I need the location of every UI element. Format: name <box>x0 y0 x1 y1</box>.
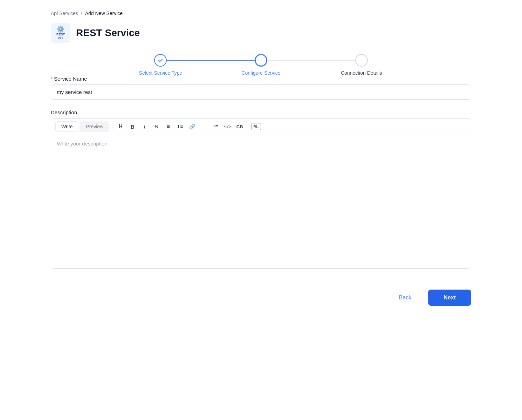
quote-button[interactable]: “” <box>211 122 221 131</box>
service-name-label: * Service Name <box>51 76 471 82</box>
stepper-label-1: Select Service Type <box>139 70 182 76</box>
toolbar-divider-2 <box>248 123 248 130</box>
editor-body[interactable]: Write your description <box>51 135 471 268</box>
service-icon: ⚙️ RESTAPI <box>51 23 70 43</box>
breadcrumb-parent[interactable]: Api Services <box>51 11 78 16</box>
unordered-list-button[interactable]: ≡ <box>163 122 173 131</box>
tab-preview[interactable]: Preview <box>80 121 109 132</box>
back-button[interactable]: Back <box>388 290 423 306</box>
stepper-circle-1 <box>154 54 167 67</box>
description-editor: Write Preview H B I S ≡ 1 ≡ 🔗 <box>51 118 471 269</box>
next-button[interactable]: Next <box>428 290 471 306</box>
editor-toolbar: Write Preview H B I S ≡ 1 ≡ 🔗 <box>51 118 471 135</box>
service-icon-label: RESTAPI <box>56 33 65 40</box>
required-star: * <box>51 76 53 81</box>
tab-write[interactable]: Write <box>55 121 78 132</box>
link-button[interactable]: 🔗 <box>187 122 197 131</box>
italic-button[interactable]: I <box>139 122 150 131</box>
form: * Service Name Description Write Preview… <box>51 76 471 269</box>
breadcrumb-separator: / <box>81 11 82 16</box>
stepper-circle-2 <box>255 54 267 67</box>
stepper-line-2-left <box>211 60 261 61</box>
stepper: Select Service Type Configure Service Co… <box>110 54 412 76</box>
stepper-circle-3 <box>355 54 368 67</box>
service-name-section: * Service Name <box>51 76 471 100</box>
stepper-line-2-right <box>261 60 311 61</box>
bold-button[interactable]: B <box>127 122 138 131</box>
stepper-line-1-right <box>160 60 211 61</box>
page-title: REST Service <box>76 27 140 39</box>
page-footer: Back Next <box>51 283 471 306</box>
stepper-step-2: Configure Service <box>211 54 311 76</box>
markdown-button[interactable]: M↓ <box>251 122 261 131</box>
breadcrumb: Api Services / Add New Service <box>51 11 471 16</box>
stepper-label-3: Connection Details <box>341 70 382 76</box>
service-name-input[interactable] <box>51 84 471 100</box>
editor-placeholder: Write your description <box>57 141 108 147</box>
breadcrumb-current: Add New Service <box>85 11 123 16</box>
code-button[interactable]: </> <box>222 122 233 131</box>
heading-button[interactable]: H <box>115 122 126 131</box>
stepper-label-2: Configure Service <box>241 70 280 76</box>
page-header: ⚙️ RESTAPI REST Service <box>51 23 471 43</box>
toolbar-divider-1 <box>112 123 112 130</box>
description-label: Description <box>51 109 471 115</box>
stepper-step-3: Connection Details <box>311 54 412 76</box>
strikethrough-button[interactable]: S <box>151 122 162 131</box>
description-section: Description Write Preview H B I S ≡ 1 <box>51 109 471 269</box>
gear-icon: ⚙️ <box>56 26 65 33</box>
codeblock-button[interactable]: CB <box>234 122 245 131</box>
stepper-step-1: Select Service Type <box>110 54 211 76</box>
stepper-line-3-left <box>311 60 361 61</box>
hr-button[interactable]: — <box>199 122 209 131</box>
ordered-list-button[interactable]: 1 ≡ <box>175 122 185 131</box>
